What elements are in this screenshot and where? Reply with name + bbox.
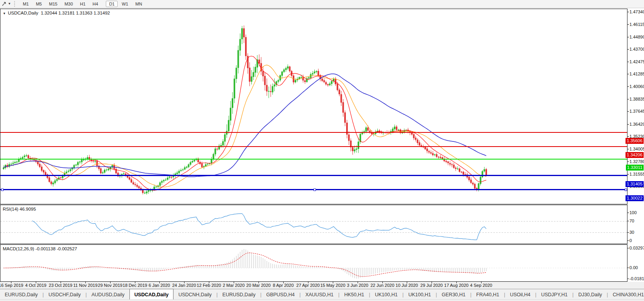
timeframe-button-w1[interactable]: W1 [118,1,131,7]
date-tick-label: 2 Mar 2020 [223,283,245,288]
price-tick: 1.32780 [627,159,644,164]
chart-title: ▼USDCAD,Daily 1.32044 1.32181 1.31363 1.… [3,11,110,15]
symbol-dropdown-icon[interactable]: ▼ [3,12,6,15]
macd-panel[interactable]: MACD(12,26,9) -0.001138 -0.002527 [0,244,627,282]
price-flag-1.34206: 1.34206 [626,152,644,158]
price-tick: 1.41285 [627,72,644,77]
macd-canvas[interactable] [0,245,627,281]
chart-tab-xauusd-h1[interactable]: XAUUSD,H1 [301,289,338,300]
rsi-label: RSI(14) 46.9095 [3,207,36,211]
horizontal-line-1.33011[interactable] [0,159,627,160]
date-tick-label: 8 Apr 2020 [273,283,293,288]
chart-tab-usdcad-daily[interactable]: USDCAD,Daily [129,289,174,300]
tool-dropdown-icon[interactable]: ▼ [8,2,11,6]
date-tick-label: 29 Jul 2020 [421,283,443,288]
trading-terminal-window: ▼ M1M5M15M30H1H4D1W1MN ▼USDCAD,Daily 1.3… [0,0,644,301]
chart-tab-fra40-h1[interactable]: FRA40,H1 [472,289,504,300]
price-flag-1.30022: 1.30022 [626,195,644,201]
price-tick: 1.42475 [627,59,644,64]
chart-tab-ger30-h1[interactable]: GER30,H1 [437,289,470,300]
chart-tab-usdcnh-daily[interactable]: USDCNH,Daily [173,289,216,300]
chart-tab-gbpusd-h4[interactable]: GBPUSD,H4 [262,289,299,300]
line-selection-handle[interactable] [1,189,4,191]
date-tick-label: 20 Mar 2020 [246,283,271,288]
date-tick-label: 23 Oct 2019 [49,283,72,288]
macd-tick: 0.032972 [627,246,644,251]
horizontal-line-1.34206[interactable] [0,146,627,147]
date-tick-label: 22 Jun 2020 [371,283,395,288]
date-tick-label: 15 May 2020 [320,283,345,288]
chart-tab-eurusd-daily[interactable]: EURUSD,Daily [218,289,260,300]
price-tick: 1.34005 [627,147,644,152]
chart-title-text: USDCAD,Daily 1.32044 1.32181 1.31363 1.3… [8,11,110,15]
horizontal-line-1.35606[interactable] [0,132,627,133]
date-tick-label: 4 Sep 2020 [470,283,492,288]
date-tick-label: 18 Dec 2019 [123,283,147,288]
chart-tab-china300-h1[interactable]: CHINA300,H1 [608,289,644,300]
date-tick-label: 16 Sep 2019 [0,283,23,288]
date-tick-label: 6 Jan 2020 [149,283,170,288]
date-tick-label: 27 Apr 2020 [296,283,319,288]
timeframe-button-d1[interactable]: D1 [106,1,118,7]
date-tick-label: 11 Nov 2019 [73,283,98,288]
timeframe-button-m1[interactable]: M1 [20,1,32,7]
price-axis: 1.473401.461151.448901.437001.424751.412… [627,9,644,282]
rsi-tick: 0 [627,238,644,243]
price-tick: 1.47340 [627,9,644,15]
chart-tab-dj30-daily[interactable]: DJ30,Daily [574,289,607,300]
chart-tab-hk50-h1[interactable]: HK50,H1 [340,289,369,300]
horizontal-line-1.31405[interactable] [0,175,627,176]
price-tick: 1.38835 [627,97,644,102]
date-tick-label: 4 Oct 2019 [25,283,46,288]
price-tick: 1.31555 [627,172,644,177]
price-tick: 1.36420 [627,122,644,127]
crosshair-cursor-icon[interactable] [1,1,7,7]
chart-tab-eurusd-daily[interactable]: EURUSD,Daily [0,289,42,300]
price-tick: 1.43700 [627,47,644,52]
price-tick: 1.46115 [627,22,644,27]
timeframe-button-m5[interactable]: M5 [33,1,45,7]
chart-tab-uk100-h1[interactable]: UK100,H1 [370,289,402,300]
rsi-panel[interactable]: RSI(14) 46.9095 [0,205,627,244]
macd-label: MACD(12,26,9) -0.001138 -0.002527 [3,246,77,251]
timeframe-button-m15[interactable]: M15 [46,1,60,7]
timeframe-button-h4[interactable]: H4 [89,1,101,7]
date-tick-label: 12 Feb 2020 [197,283,221,288]
price-tick: 1.44890 [627,35,644,40]
price-flag-1.31405: 1.31405 [626,181,644,187]
chart-tab-usdjpy-h1[interactable]: USDJPY,H1 [536,289,572,300]
macd-tick: 0.00 [627,265,644,270]
date-axis: 16 Sep 20194 Oct 201923 Oct 201911 Nov 2… [0,282,627,288]
date-tick-label: 29 Nov 2019 [98,283,122,288]
rsi-tick: 100 [627,210,644,215]
line-selection-handle[interactable] [625,189,627,191]
rsi-tick: 70 [627,218,644,224]
macd-tick: -0.018154 [627,276,644,281]
timeframe-toolbar: ▼ M1M5M15M30H1H4D1W1MN [0,0,644,8]
date-tick-label: 3 Jun 2020 [347,283,368,288]
date-tick-label: 24 Jan 2020 [172,283,196,288]
price-tick: 1.37645 [627,109,644,114]
rsi-tick: 30 [627,230,644,235]
chart-tab-usdchf-daily[interactable]: USDCHF,Daily [44,289,85,300]
price-flag-1.35606: 1.35606 [626,138,644,144]
price-tick: 1.40060 [627,84,644,89]
timeframe-button-h1[interactable]: H1 [77,1,89,7]
timeframe-button-mn[interactable]: MN [132,1,145,7]
price-flag-1.33011: 1.33011 [626,165,644,171]
chart-tab-audusd-daily[interactable]: AUDUSD,Daily [87,289,129,300]
chart-tab-uk100-h1[interactable]: UK100,H1 [404,289,436,300]
status-strip [0,299,644,301]
toolbar-grip[interactable] [14,1,17,7]
chart-tab-bar: EURUSD,Daily|USDCHF,Daily|AUDUSD,DailyUS… [0,289,644,300]
rsi-canvas[interactable] [0,205,627,244]
date-tick-label: 17 Aug 2020 [444,283,469,288]
chart-tab-usoil-h4[interactable]: USOil,H4 [505,289,535,300]
timeframe-buttons: M1M5M15M30H1H4D1W1MN [19,2,146,6]
date-tick-label: 10 Jul 2020 [396,283,418,288]
line-selection-handle[interactable] [314,189,316,191]
timeframe-button-m30[interactable]: M30 [61,1,76,7]
